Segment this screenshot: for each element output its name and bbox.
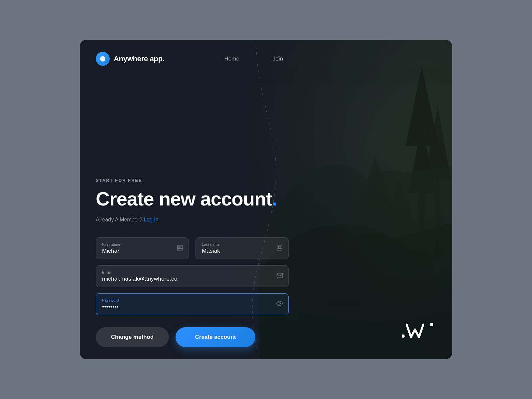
main-content: START FOR FREE Create new account. Alrea…	[96, 158, 289, 347]
password-row: Password	[96, 293, 289, 315]
svg-rect-13	[277, 273, 283, 278]
start-label: START FOR FREE	[96, 178, 289, 183]
bottom-logo-mark	[402, 321, 435, 344]
logo-icon	[96, 52, 110, 66]
last-name-input[interactable]	[202, 248, 272, 254]
nav-home[interactable]: Home	[224, 56, 239, 62]
last-name-wrapper: Last name	[196, 237, 289, 259]
person-icon	[177, 244, 183, 253]
first-name-field: First name	[96, 237, 189, 259]
first-name-input[interactable]	[102, 248, 173, 254]
change-method-button[interactable]: Change method	[96, 327, 169, 347]
email-field: Email	[96, 265, 289, 287]
page-headline: Create new account.	[96, 188, 289, 209]
main-card: Anywhere app. Home Join START FOR FREE C…	[80, 40, 452, 359]
buttons-row: Change method Create account	[96, 327, 289, 347]
svg-rect-9	[178, 245, 183, 250]
headline-text: Create new account	[96, 188, 272, 209]
aw-logo-text	[402, 329, 435, 344]
member-prompt: Already A Member? Log In	[96, 217, 289, 223]
svg-point-16	[430, 323, 433, 326]
svg-point-15	[402, 334, 405, 338]
email-row: Email	[96, 265, 289, 287]
member-text-static: Already A Member?	[96, 217, 142, 222]
app-name: Anywhere app.	[114, 55, 165, 63]
email-icon	[276, 272, 283, 281]
first-name-wrapper: First name	[96, 237, 189, 259]
last-name-field: Last name	[196, 237, 289, 259]
email-input[interactable]	[102, 276, 272, 282]
password-label: Password	[102, 298, 272, 302]
password-input[interactable]	[102, 304, 272, 310]
login-link[interactable]: Log In	[144, 217, 158, 222]
password-wrapper: Password	[96, 293, 289, 315]
first-name-label: First name	[102, 242, 173, 246]
nav-join[interactable]: Join	[273, 56, 283, 62]
email-wrapper: Email	[96, 265, 289, 287]
person-icon-2	[276, 244, 283, 253]
card-content: Anywhere app. Home Join START FOR FREE C…	[80, 40, 452, 359]
password-field: Password	[96, 293, 289, 315]
navigation: Anywhere app. Home Join	[96, 52, 436, 66]
nav-links: Home Join	[224, 56, 283, 62]
name-row: First name Last name	[96, 237, 289, 259]
email-label: Email	[102, 270, 272, 274]
svg-point-10	[179, 246, 180, 247]
eye-icon[interactable]	[276, 300, 283, 309]
svg-point-12	[278, 246, 279, 247]
svg-point-14	[279, 303, 281, 304]
logo-area[interactable]: Anywhere app.	[96, 52, 165, 66]
last-name-label: Last name	[202, 242, 272, 246]
create-account-button[interactable]: Create account	[176, 327, 255, 347]
svg-rect-11	[277, 245, 282, 250]
headline-dot: .	[272, 188, 277, 209]
